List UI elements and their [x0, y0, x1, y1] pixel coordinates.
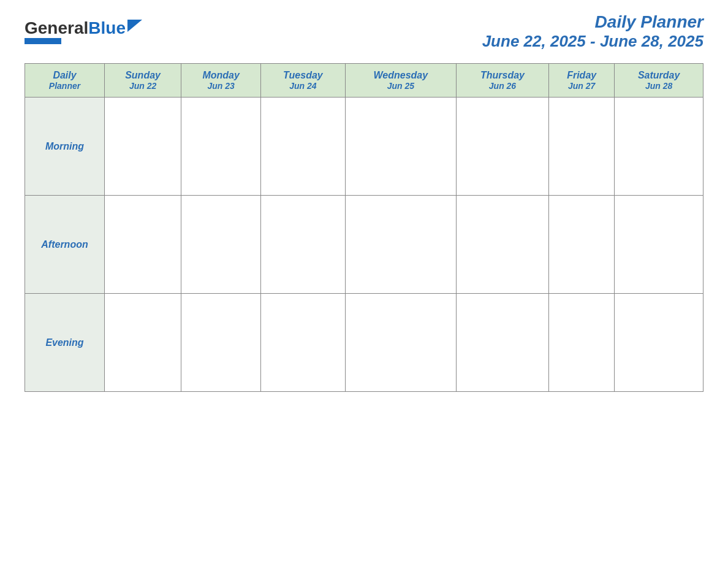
wednesday-name: Wednesday: [349, 70, 453, 81]
evening-row: Evening: [25, 294, 703, 392]
header-cell-label: Daily Planner: [25, 64, 105, 98]
thursday-name: Thursday: [460, 70, 545, 81]
title-section: Daily Planner June 22, 2025 - June 28, 2…: [482, 12, 703, 51]
morning-sunday[interactable]: [105, 98, 181, 196]
morning-label: Morning: [45, 141, 84, 151]
header-cell-sunday: Sunday Jun 22: [105, 64, 181, 98]
sunday-name: Sunday: [108, 70, 178, 81]
sunday-date: Jun 22: [108, 81, 178, 91]
morning-friday[interactable]: [549, 98, 615, 196]
afternoon-label: Afternoon: [41, 239, 88, 250]
tuesday-name: Tuesday: [264, 70, 342, 81]
header-label-line1: Daily: [28, 70, 101, 81]
logo-bar: [25, 38, 61, 44]
header-label-line2: Planner: [28, 81, 101, 91]
afternoon-label-cell: Afternoon: [25, 196, 105, 294]
wednesday-date: Jun 25: [349, 81, 453, 91]
saturday-name: Saturday: [618, 70, 700, 81]
header-cell-friday: Friday Jun 27: [549, 64, 615, 98]
morning-monday[interactable]: [181, 98, 261, 196]
afternoon-row: Afternoon: [25, 196, 703, 294]
morning-wednesday[interactable]: [345, 98, 456, 196]
morning-label-cell: Morning: [25, 98, 105, 196]
date-range: June 22, 2025 - June 28, 2025: [482, 32, 703, 51]
logo-general: General: [25, 18, 88, 37]
afternoon-thursday[interactable]: [456, 196, 548, 294]
afternoon-friday[interactable]: [549, 196, 615, 294]
header-row: Daily Planner Sunday Jun 22 Monday Jun 2…: [25, 64, 703, 98]
monday-date: Jun 23: [184, 81, 257, 91]
morning-thursday[interactable]: [456, 98, 548, 196]
afternoon-tuesday[interactable]: [261, 196, 346, 294]
thursday-date: Jun 26: [460, 81, 545, 91]
header-cell-monday: Monday Jun 23: [181, 64, 261, 98]
monday-name: Monday: [184, 70, 257, 81]
afternoon-saturday[interactable]: [615, 196, 703, 294]
evening-label-cell: Evening: [25, 294, 105, 392]
evening-label: Evening: [45, 337, 83, 348]
evening-monday[interactable]: [181, 294, 261, 392]
planner-title: Daily Planner: [482, 12, 703, 32]
logo-blue: Blue: [88, 18, 126, 37]
planner-table: Daily Planner Sunday Jun 22 Monday Jun 2…: [25, 63, 703, 392]
evening-saturday[interactable]: [615, 294, 703, 392]
friday-name: Friday: [552, 70, 611, 81]
saturday-date: Jun 28: [618, 81, 700, 91]
morning-row: Morning: [25, 98, 703, 196]
afternoon-monday[interactable]: [181, 196, 261, 294]
header-cell-thursday: Thursday Jun 26: [456, 64, 548, 98]
tuesday-date: Jun 24: [264, 81, 342, 91]
morning-saturday[interactable]: [615, 98, 703, 196]
header-cell-saturday: Saturday Jun 28: [615, 64, 703, 98]
friday-date: Jun 27: [552, 81, 611, 91]
evening-tuesday[interactable]: [261, 294, 346, 392]
afternoon-wednesday[interactable]: [345, 196, 456, 294]
page-header: GeneralBlue Daily Planner June 22, 2025 …: [25, 12, 703, 51]
evening-friday[interactable]: [549, 294, 615, 392]
header-cell-wednesday: Wednesday Jun 25: [345, 64, 456, 98]
logo: GeneralBlue: [25, 20, 142, 44]
evening-wednesday[interactable]: [345, 294, 456, 392]
evening-thursday[interactable]: [456, 294, 548, 392]
header-cell-tuesday: Tuesday Jun 24: [261, 64, 346, 98]
morning-tuesday[interactable]: [261, 98, 346, 196]
logo-text: GeneralBlue: [25, 20, 126, 37]
afternoon-sunday[interactable]: [105, 196, 181, 294]
evening-sunday[interactable]: [105, 294, 181, 392]
